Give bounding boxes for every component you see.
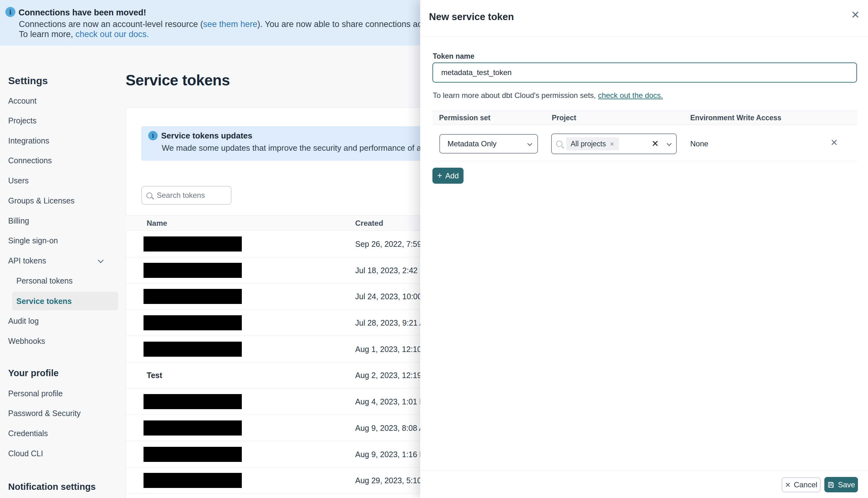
redacted-token-name [144, 342, 242, 357]
remove-chip-icon[interactable]: ✕ [609, 141, 614, 147]
sidebar-item-billing[interactable]: Billing [8, 215, 29, 226]
sidebar-item-connections[interactable]: Connections [8, 155, 52, 166]
column-header-project: Project [552, 114, 576, 122]
sidebar-your-profile-heading: Your profile [8, 368, 59, 378]
add-button-label: Add [445, 171, 459, 180]
column-header-name: Name [147, 219, 167, 228]
project-chip-label: All projects [570, 140, 606, 148]
sidebar-item-password-security[interactable]: Password & Security [8, 408, 81, 419]
info-icon: i [148, 131, 158, 140]
chevron-down-icon [667, 141, 672, 146]
token-name-label: Token name [433, 52, 474, 61]
redacted-token-name [144, 289, 242, 304]
search-tokens-input[interactable] [157, 191, 220, 200]
cancel-x-icon: ✕ [785, 481, 790, 489]
footer-divider [420, 470, 868, 470]
permission-docs-line: To learn more about dbt Cloud's permissi… [433, 91, 663, 100]
close-icon[interactable]: ✕ [851, 10, 860, 20]
sidebar-item-credentials[interactable]: Credentials [8, 428, 48, 438]
banner-line-3: To learn more, check out our docs. [19, 29, 149, 39]
sidebar-item-api-tokens[interactable]: API tokens [8, 255, 46, 266]
project-chip: All projects ✕ [566, 137, 619, 150]
sidebar-item-single-sign-on[interactable]: Single sign-on [8, 235, 58, 246]
cancel-button-label: Cancel [794, 481, 817, 489]
redacted-token-name [144, 420, 242, 435]
redacted-token-name [144, 447, 242, 462]
save-button[interactable]: Save [824, 477, 858, 492]
sidebar-item-webhooks[interactable]: Webhooks [8, 336, 45, 346]
search-icon [146, 193, 152, 198]
redacted-token-name [144, 263, 242, 278]
cancel-button[interactable]: ✕ Cancel [781, 477, 820, 492]
search-icon [556, 141, 563, 147]
sidebar-item-cloud-cli[interactable]: Cloud CLI [8, 448, 43, 459]
token-name-input[interactable] [432, 63, 857, 82]
new-service-token-drawer: New service token ✕ Token name To learn … [420, 0, 868, 498]
sidebar-settings-heading: Settings [8, 75, 48, 87]
drawer-header-divider [420, 36, 868, 37]
redacted-token-name [144, 394, 242, 409]
banner-title: Connections have been moved! [18, 8, 146, 17]
search-tokens-box [141, 186, 232, 205]
plus-icon: + [437, 171, 442, 180]
environment-write-access-value: None [690, 140, 708, 148]
sidebar-notification-settings-heading: Notification settings [8, 482, 96, 492]
see-them-here-link[interactable]: see them here [203, 19, 258, 29]
banner-text: Connections are now an account-level res… [19, 19, 203, 29]
check-out-the-docs-link[interactable]: check out the docs. [598, 91, 663, 100]
redacted-token-name [144, 236, 242, 251]
save-button-label: Save [838, 481, 855, 489]
info-icon: i [5, 7, 15, 17]
sidebar-item-groups-licenses[interactable]: Groups & Licenses [8, 195, 75, 206]
notice-title: Service tokens updates [161, 131, 252, 141]
remove-row-icon[interactable]: ✕ [830, 138, 838, 147]
permissions-table-header: Permission set Project Environment Write… [432, 110, 857, 125]
sidebar-item-users[interactable]: Users [8, 175, 29, 186]
column-header-created: Created [355, 219, 383, 228]
permission-set-select[interactable]: Metadata Only [439, 134, 538, 154]
banner-text: To learn more, [19, 29, 75, 39]
column-header-permission-set: Permission set [439, 114, 490, 122]
sidebar-item-personal-profile[interactable]: Personal profile [8, 388, 63, 399]
docs-text: To learn more about dbt Cloud's permissi… [433, 91, 598, 100]
redacted-token-name [144, 473, 242, 488]
row-divider [432, 161, 857, 161]
sidebar-item-service-tokens[interactable]: Service tokens [16, 296, 72, 306]
token-name: Test [147, 370, 162, 380]
redacted-token-name [144, 315, 242, 330]
column-header-environment-write-access: Environment Write Access [690, 114, 781, 122]
permission-set-value: Metadata Only [447, 140, 528, 148]
clear-selection-icon[interactable]: ✕ [652, 140, 659, 148]
sidebar-item-personal-tokens[interactable]: Personal tokens [16, 275, 73, 286]
check-out-our-docs-link[interactable]: check out our docs. [75, 29, 149, 39]
drawer-title: New service token [429, 11, 514, 23]
chevron-down-icon[interactable] [98, 257, 103, 263]
sidebar-item-account[interactable]: Account [8, 95, 37, 106]
sidebar-item-audit-log[interactable]: Audit log [8, 316, 39, 326]
dbt-cloud-settings-page: i Connections have been moved! Connectio… [0, 0, 868, 498]
save-icon [827, 481, 835, 488]
chevron-down-icon [527, 141, 532, 146]
page-title: Service tokens [126, 71, 230, 89]
sidebar-item-projects[interactable]: Projects [8, 115, 37, 126]
add-permission-button[interactable]: + Add [432, 168, 463, 184]
project-multiselect[interactable]: All projects ✕ ✕ [551, 133, 677, 154]
sidebar-item-integrations[interactable]: Integrations [8, 135, 49, 146]
